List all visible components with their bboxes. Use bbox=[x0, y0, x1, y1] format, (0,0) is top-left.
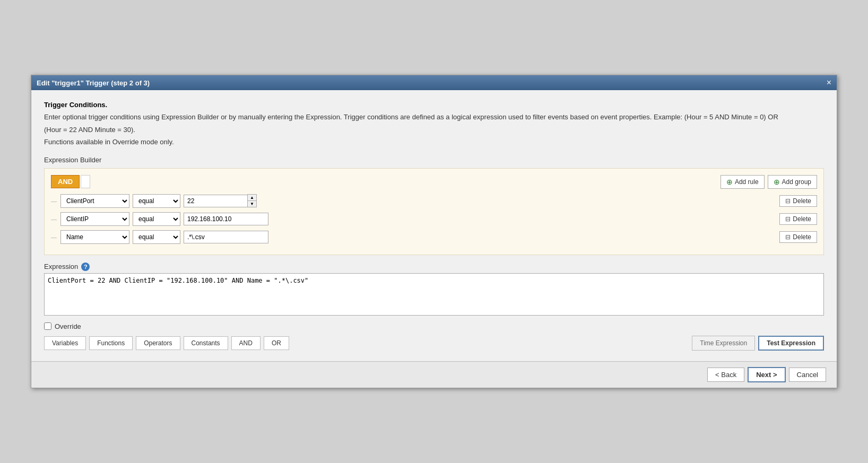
rule-2-value-input[interactable] bbox=[184, 213, 268, 225]
expression-label: Expression bbox=[44, 263, 78, 270]
back-button[interactable]: < Back bbox=[707, 368, 744, 382]
expression-info-icon[interactable]: ? bbox=[81, 263, 90, 271]
builder-top-row: AND ⊕ Add rule ⊕ Add group bbox=[51, 175, 817, 189]
next-button[interactable]: Next > bbox=[748, 367, 785, 382]
override-checkbox[interactable] bbox=[44, 322, 51, 330]
and-toggle-button[interactable]: AND bbox=[51, 175, 80, 188]
functions-button[interactable]: Functions bbox=[89, 336, 133, 350]
rule-3-field-select[interactable]: ClientPort ClientIP Name bbox=[60, 230, 129, 244]
variables-button[interactable]: Variables bbox=[44, 336, 86, 350]
toolbar-right-buttons: Time Expression Test Expression bbox=[692, 336, 824, 351]
expression-textarea[interactable]: ClientPort = 22 AND ClientIP = "192.168.… bbox=[44, 273, 824, 316]
spinner-up-button[interactable]: ▲ bbox=[248, 195, 256, 201]
spinner-buttons: ▲ ▼ bbox=[247, 194, 257, 207]
spinner-down-button[interactable]: ▼ bbox=[248, 201, 256, 207]
dialog-footer: < Back Next > Cancel bbox=[31, 361, 837, 388]
override-label: Override bbox=[55, 322, 81, 330]
add-rule-label: Add rule bbox=[735, 178, 759, 186]
expression-builder-label: Expression Builder bbox=[44, 156, 824, 164]
override-row: Override bbox=[44, 322, 824, 330]
rule-2-field-select[interactable]: ClientPort ClientIP Name bbox=[60, 212, 129, 226]
dialog-titlebar: Edit "trigger1" Trigger (step 2 of 3) × bbox=[31, 75, 837, 90]
rule-1-delete-button[interactable]: ⊟ Delete bbox=[779, 195, 817, 207]
trigger-conditions-desc1: Enter optional trigger conditions using … bbox=[44, 112, 824, 123]
rule-connector-3: — bbox=[51, 234, 57, 240]
trigger-conditions-heading: Trigger Conditions. bbox=[44, 101, 824, 109]
add-group-button[interactable]: ⊕ Add group bbox=[768, 175, 817, 189]
dialog-body: Trigger Conditions. Enter optional trigg… bbox=[31, 90, 837, 361]
dialog-title: Edit "trigger1" Trigger (step 2 of 3) bbox=[37, 79, 150, 87]
rule-1-value-spinner: ▲ ▼ bbox=[184, 194, 257, 207]
add-rule-button[interactable]: ⊕ Add rule bbox=[721, 175, 765, 189]
and-button[interactable]: AND bbox=[231, 336, 261, 350]
add-group-label: Add group bbox=[782, 178, 811, 186]
time-expression-button[interactable]: Time Expression bbox=[692, 336, 755, 351]
rule-3-value-input[interactable] bbox=[184, 231, 268, 243]
rule-connector-1: — bbox=[51, 198, 57, 204]
rule-1-delete-label: Delete bbox=[793, 197, 811, 205]
operators-button[interactable]: Operators bbox=[136, 336, 180, 350]
add-rule-icon: ⊕ bbox=[726, 178, 733, 186]
delete-icon-3: ⊟ bbox=[785, 233, 791, 241]
rule-2-delete-label: Delete bbox=[793, 215, 811, 223]
rule-3-delete-button[interactable]: ⊟ Delete bbox=[779, 231, 817, 243]
trigger-conditions-section: Trigger Conditions. Enter optional trigg… bbox=[44, 101, 824, 147]
constants-button[interactable]: Constants bbox=[184, 336, 228, 350]
builder-box: AND ⊕ Add rule ⊕ Add group — bbox=[44, 168, 824, 255]
rule-row-2: — ClientPort ClientIP Name equal not equ… bbox=[51, 212, 817, 226]
rule-row-3: — ClientPort ClientIP Name equal not equ… bbox=[51, 230, 817, 244]
delete-icon-2: ⊟ bbox=[785, 215, 791, 223]
add-group-icon: ⊕ bbox=[774, 178, 780, 186]
rule-2-delete-button[interactable]: ⊟ Delete bbox=[779, 213, 817, 225]
rule-3-operator-select[interactable]: equal not equal bbox=[133, 230, 180, 244]
test-expression-button[interactable]: Test Expression bbox=[758, 336, 824, 351]
rule-1-operator-select[interactable]: equal not equal greater less bbox=[133, 194, 180, 208]
rule-row-1: — ClientPort ClientIP Name equal not equ… bbox=[51, 194, 817, 208]
trigger-conditions-desc3: Functions available in Override mode onl… bbox=[44, 137, 824, 147]
rule-1-value-input[interactable] bbox=[184, 195, 247, 207]
trigger-conditions-desc2: (Hour = 22 AND Minute = 30). bbox=[44, 125, 824, 135]
rule-3-delete-label: Delete bbox=[793, 233, 811, 241]
cancel-button[interactable]: Cancel bbox=[789, 368, 826, 382]
top-action-buttons: ⊕ Add rule ⊕ Add group bbox=[721, 175, 817, 189]
expression-section: Expression ? ClientPort = 22 AND ClientI… bbox=[44, 263, 824, 317]
expression-label-row: Expression ? bbox=[44, 263, 824, 271]
or-toggle-button[interactable] bbox=[81, 175, 90, 188]
toolbar-row: Variables Functions Operators Constants … bbox=[44, 336, 824, 351]
edit-trigger-dialog: Edit "trigger1" Trigger (step 2 of 3) × … bbox=[31, 75, 837, 388]
rule-connector-2: — bbox=[51, 216, 57, 222]
delete-icon-1: ⊟ bbox=[785, 197, 791, 205]
rule-2-operator-select[interactable]: equal not equal bbox=[133, 212, 180, 226]
or-button[interactable]: OR bbox=[264, 336, 289, 350]
rule-1-field-select[interactable]: ClientPort ClientIP Name bbox=[60, 194, 129, 208]
logic-toggle-group: AND bbox=[51, 175, 90, 188]
close-button[interactable]: × bbox=[827, 78, 831, 87]
